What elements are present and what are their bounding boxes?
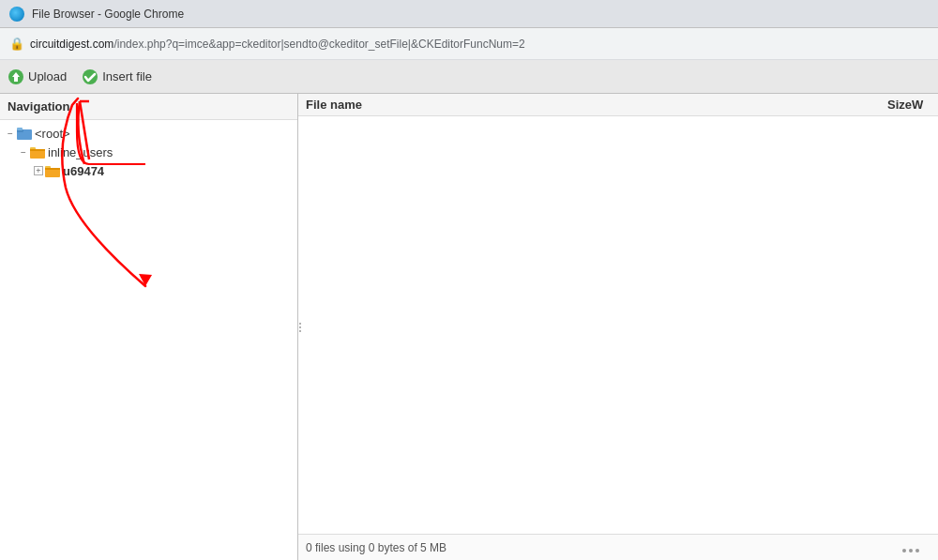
insert-file-label: Insert file: [102, 69, 152, 83]
file-count-text: 0 files using 0 bytes of 5 MB: [306, 541, 446, 554]
file-manager: Navigation − <root> −: [0, 94, 938, 560]
title-bar: File Browser - Google Chrome: [0, 0, 938, 28]
insert-file-button[interactable]: Insert file: [82, 68, 152, 85]
folder-icon-root: [17, 126, 32, 141]
folder-icon-inline-users: [30, 144, 45, 159]
upload-label: Upload: [28, 69, 67, 83]
col-header-w: W: [912, 98, 930, 112]
browser-content: Upload Insert file Navigation −: [0, 60, 938, 560]
bottom-dot-1: [902, 549, 906, 552]
tree-item-inline-users[interactable]: − inline_users: [0, 143, 297, 161]
tree-toggle-inline-users[interactable]: −: [17, 145, 30, 159]
tree-label-u69474: u69474: [63, 164, 104, 178]
tree-label-root: <root>: [35, 127, 70, 141]
lock-icon: 🔒: [9, 37, 24, 51]
file-panel: File name Size W 0 files using 0 bytes o…: [298, 94, 938, 560]
address-path: /index.php?q=imce&app=ckeditor|sendto@ck…: [113, 38, 524, 51]
tree-item-u69474[interactable]: + u69474: [0, 161, 297, 180]
tree-toggle-root[interactable]: −: [4, 127, 17, 140]
upload-icon: [8, 68, 24, 85]
nav-panel: Navigation − <root> −: [0, 94, 298, 560]
tree-label-inline-users: inline_users: [48, 145, 113, 159]
insert-icon: [82, 68, 98, 85]
address-domain: circuitdigest.com: [30, 38, 113, 51]
file-header: File name Size W: [298, 94, 938, 116]
upload-button[interactable]: Upload: [8, 68, 67, 85]
tree-toggle-u69474[interactable]: +: [34, 166, 43, 175]
folder-icon-u69474: [45, 163, 60, 178]
toolbar: Upload Insert file: [0, 60, 938, 94]
bottom-dot-2: [909, 549, 913, 552]
col-header-size: Size: [837, 98, 912, 112]
address-text: circuitdigest.com/index.php?q=imce&app=c…: [30, 38, 525, 51]
col-header-name: File name: [306, 98, 837, 112]
bottom-dots: [902, 549, 919, 552]
file-footer: 0 files using 0 bytes of 5 MB: [298, 534, 938, 560]
title-bar-text: File Browser - Google Chrome: [32, 8, 184, 21]
svg-rect-5: [17, 128, 23, 130]
tree-item-root[interactable]: − <root>: [0, 124, 297, 143]
chrome-icon: [9, 7, 24, 22]
svg-rect-11: [45, 168, 60, 170]
nav-tree: − <root> −: [0, 120, 297, 560]
nav-header: Navigation: [0, 94, 297, 120]
file-body: [298, 116, 938, 534]
bottom-dot-3: [915, 549, 919, 552]
address-bar: 🔒 circuitdigest.com/index.php?q=imce&app…: [0, 28, 938, 60]
svg-rect-8: [30, 149, 45, 151]
